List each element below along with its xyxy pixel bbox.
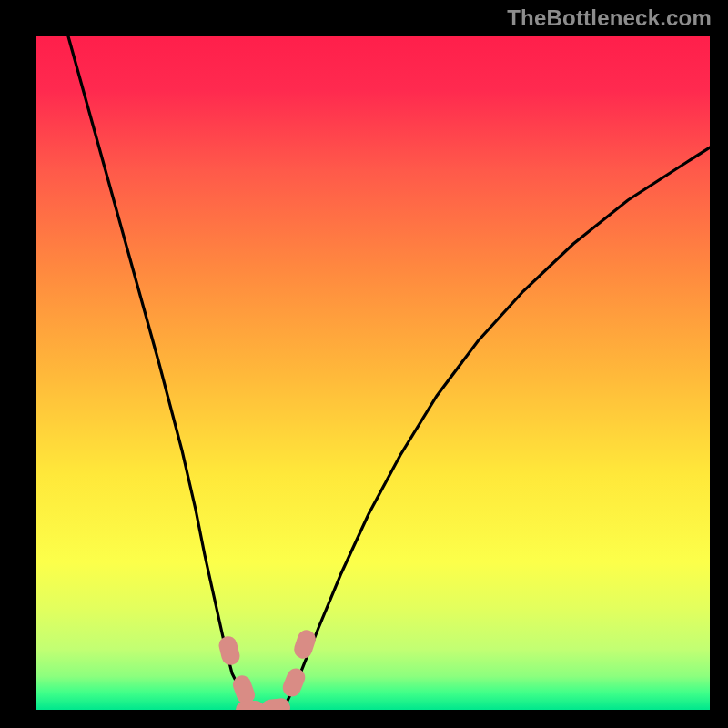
plot-area bbox=[36, 36, 710, 710]
curve-layer bbox=[36, 36, 710, 710]
bottleneck-curve bbox=[68, 36, 710, 709]
watermark-text: TheBottleneck.com bbox=[507, 5, 712, 31]
outer-frame: TheBottleneck.com bbox=[0, 0, 728, 728]
